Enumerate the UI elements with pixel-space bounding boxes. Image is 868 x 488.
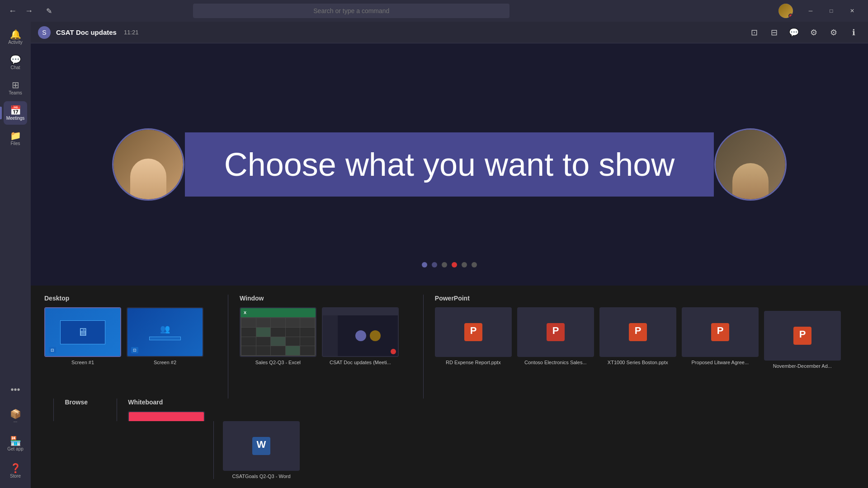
screen1-label: Screen #1 xyxy=(71,360,94,365)
spacer-desktop-bottom xyxy=(44,421,204,479)
window-bottom-items: W CSATGoals Q2-Q3 - Word xyxy=(223,421,383,479)
excel-label: Sales Q2-Q3 - Excel xyxy=(255,360,301,365)
powerpoint-section: PowerPoint P RD Expense Report.pptx xyxy=(435,295,841,369)
sep-4 xyxy=(117,399,117,421)
skype-icon: S xyxy=(38,26,51,39)
share-item-ppt4[interactable]: P Proposed Litware Agree... xyxy=(682,307,759,369)
status-dot xyxy=(788,14,793,18)
info-button[interactable]: ℹ xyxy=(846,25,861,40)
teams-window-thumb xyxy=(322,307,399,357)
sidebar-label-store: Get app xyxy=(7,446,24,451)
settings-button[interactable]: ⚙ xyxy=(826,25,841,40)
sep-2 xyxy=(423,295,424,399)
sidebar-item-more[interactable]: ••• xyxy=(4,378,27,401)
desktop-items: 🖥 ⊡ Screen #1 👥 xyxy=(44,307,203,365)
sep-3 xyxy=(53,399,54,421)
choose-banner-text: Choose what you want to show xyxy=(224,146,675,183)
share-item-excel[interactable]: X X Sales Q2-Q3 - E xyxy=(240,307,316,365)
share-item-invision[interactable]: in Freehand by InVision xyxy=(128,411,205,421)
forward-button[interactable]: → xyxy=(22,4,36,18)
window-items: X X Sales Q2-Q3 - E xyxy=(240,307,399,365)
more-icon: ••• xyxy=(10,385,20,394)
ppt-nov-thumb: P xyxy=(764,311,841,361)
dot-5 xyxy=(462,262,467,267)
meeting-area: Choose what you want to show xyxy=(31,43,868,286)
share-item-ppt-nov[interactable]: P November-December Ad... xyxy=(764,311,841,369)
screen1-thumb: 🖥 ⊡ xyxy=(44,307,121,357)
sep-bottom xyxy=(213,421,214,479)
svg-text:P: P xyxy=(634,325,641,336)
ppt1-label: RD Expense Report.pptx xyxy=(446,360,501,365)
share-bottom-row: W CSATGoals Q2-Q3 - Word xyxy=(31,421,868,488)
meeting-title: CSAT Doc updates xyxy=(56,28,117,36)
content-area: S CSAT Doc updates 11:21 ⊡ ⊟ 💬 ⚙ ⚙ ℹ xyxy=(31,22,868,488)
minimize-button[interactable]: ─ xyxy=(800,4,821,18)
chat-button[interactable]: 💬 xyxy=(787,25,801,40)
svg-text:P: P xyxy=(717,325,723,336)
whiteboard-items: in Freehand by InVision xyxy=(128,411,205,421)
sidebar-item-help[interactable]: ❓ Store xyxy=(4,459,27,483)
screen2-thumb: 👥 ⊡ xyxy=(127,307,203,357)
sidebar-item-activity[interactable]: 🔔 Activity xyxy=(4,25,27,49)
sidebar-item-teams[interactable]: ⊞ Teams xyxy=(4,76,27,99)
sidebar-label-files: Files xyxy=(10,141,20,146)
titlebar: ← → ✎ ─ □ ✕ xyxy=(0,0,868,22)
sidebar-item-files[interactable]: 📁 Files xyxy=(4,127,27,150)
meeting-time: 11:21 xyxy=(124,29,139,36)
ppt4-label: Proposed Litware Agree... xyxy=(692,360,749,365)
whiteboard-section: Whiteboard in Freehand by InVision xyxy=(128,399,205,421)
share-item-screen2[interactable]: 👥 ⊡ Screen #2 xyxy=(127,307,203,365)
svg-text:P: P xyxy=(470,325,476,336)
sidebar-label-teams: Teams xyxy=(9,90,22,95)
ppt-nov-label: November-December Ad... xyxy=(773,363,832,369)
teams-window-label: CSAT Doc updates (Meeti... xyxy=(330,360,391,365)
present-button[interactable]: ⊡ xyxy=(747,25,761,40)
share-item-teams-window[interactable]: CSAT Doc updates (Meeti... xyxy=(322,307,399,365)
browse-section: Browse xyxy=(65,399,92,411)
sidebar: 🔔 Activity 💬 Chat ⊞ Teams 📅 Meetings 📁 F… xyxy=(0,22,31,488)
maximize-button[interactable]: □ xyxy=(821,4,842,18)
activity-icon: 🔔 xyxy=(10,30,21,39)
powerpoint-items: P RD Expense Report.pptx P Contoso Elect… xyxy=(435,307,841,369)
sidebar-item-chat[interactable]: 💬 Chat xyxy=(4,51,27,74)
ppt3-label: XT1000 Series Boston.pptx xyxy=(608,360,668,365)
avatar[interactable] xyxy=(778,4,793,18)
titlebar-right: ─ □ ✕ xyxy=(778,4,863,18)
participant-right xyxy=(714,128,787,201)
sidebar-item-meetings[interactable]: 📅 Meetings xyxy=(4,101,27,125)
dot-6 xyxy=(472,262,477,267)
ppt1-thumb: P xyxy=(435,307,512,357)
powerpoint-section-title: PowerPoint xyxy=(435,295,841,302)
share-item-word[interactable]: W CSATGoals Q2-Q3 - Word xyxy=(223,421,300,479)
browse-section-title: Browse xyxy=(65,399,92,406)
participant-dots xyxy=(422,262,477,267)
share-item-ppt2[interactable]: P Contoso Electronics Sales... xyxy=(517,307,594,369)
search-input[interactable] xyxy=(193,4,509,18)
close-button[interactable]: ✕ xyxy=(842,4,863,18)
share-content-panel: Desktop 🖥 ⊡ Screen #1 xyxy=(31,286,868,421)
meeting-header-actions: ⊡ ⊟ 💬 ⚙ ⚙ ℹ xyxy=(747,25,861,40)
window-controls: ─ □ ✕ xyxy=(800,4,863,18)
excel-thumb: X X xyxy=(240,307,316,357)
sidebar-label-chat: Chat xyxy=(10,65,20,70)
svg-text:W: W xyxy=(257,439,266,450)
dot-2 xyxy=(432,262,437,267)
people-button[interactable]: ⊟ xyxy=(767,25,781,40)
share-item-ppt3[interactable]: P XT1000 Series Boston.pptx xyxy=(599,307,676,369)
desktop-section: Desktop 🖥 ⊡ Screen #1 xyxy=(44,295,203,365)
share-item-screen1[interactable]: 🖥 ⊡ Screen #1 xyxy=(44,307,121,365)
meetings-icon: 📅 xyxy=(10,106,21,115)
sidebar-item-store[interactable]: 🏪 Get app xyxy=(4,432,27,455)
screen2-label: Screen #2 xyxy=(154,360,176,365)
sidebar-item-getapp[interactable]: 📦 ··· xyxy=(4,405,27,428)
sidebar-label-meetings: Meetings xyxy=(6,116,25,121)
ppt4-thumb: P xyxy=(682,307,759,357)
back-button[interactable]: ← xyxy=(5,4,20,18)
files-icon: 📁 xyxy=(10,131,21,140)
whiteboard-section-title: Whiteboard xyxy=(128,399,205,406)
more-button[interactable]: ⚙ xyxy=(807,25,821,40)
dot-1 xyxy=(422,262,427,267)
compose-button[interactable]: ✎ xyxy=(42,4,56,18)
share-item-ppt1[interactable]: P RD Expense Report.pptx xyxy=(435,307,512,369)
participant-left xyxy=(112,128,184,201)
